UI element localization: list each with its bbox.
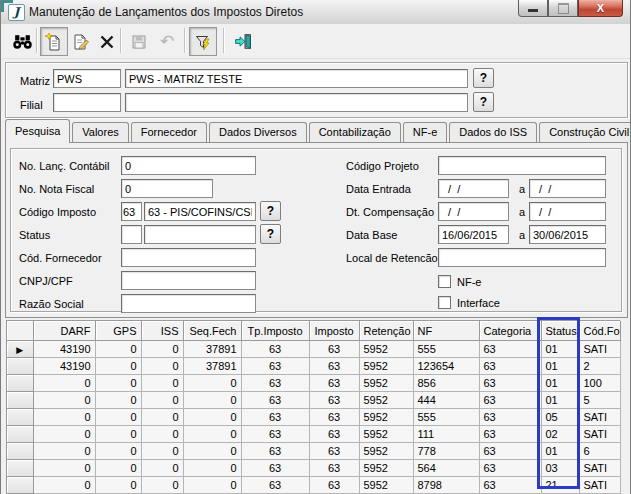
grid-cell[interactable]: 0	[183, 375, 241, 392]
grid-cell[interactable]: 63	[241, 392, 309, 409]
grid-column-header[interactable]: DARF	[33, 321, 95, 341]
grid-cell[interactable]: 0	[183, 426, 241, 443]
grid-cell[interactable]: 0	[141, 375, 183, 392]
grid-cell[interactable]: 6	[579, 443, 620, 460]
grid-cell[interactable]: 0	[33, 409, 95, 426]
grid-cell[interactable]: SATI	[579, 341, 620, 358]
grid-cell[interactable]: 0	[183, 392, 241, 409]
grid-cell[interactable]: 0	[33, 375, 95, 392]
exit-button[interactable]	[229, 27, 257, 56]
interface-checkbox[interactable]	[438, 296, 451, 309]
grid-cell[interactable]: 43190	[33, 341, 95, 358]
grid-cell[interactable]: 01	[541, 375, 579, 392]
grid-column-header[interactable]: Retenção	[359, 321, 413, 341]
grid-cell[interactable]: 63	[241, 375, 309, 392]
close-button[interactable]: X	[578, 0, 623, 17]
grid-cell[interactable]: SATI	[579, 460, 620, 477]
grid-cell[interactable]: 0	[33, 460, 95, 477]
row-selector[interactable]	[7, 392, 33, 409]
grid-cell[interactable]: 01	[541, 341, 579, 358]
grid-cell[interactable]: 0	[183, 477, 241, 494]
search-button[interactable]	[8, 27, 36, 56]
grid-cell[interactable]: 63	[309, 460, 359, 477]
grid-cell[interactable]: 0	[183, 460, 241, 477]
grid-cell[interactable]: 5952	[359, 358, 413, 375]
grid-cell[interactable]: 5952	[359, 375, 413, 392]
grid-cell[interactable]: 123654	[413, 358, 479, 375]
grid-cell[interactable]: 111	[413, 426, 479, 443]
grid-cell[interactable]: 5	[579, 392, 620, 409]
grid-column-header[interactable]: NF	[413, 321, 479, 341]
grid-cell[interactable]: 0	[141, 426, 183, 443]
grid-cell[interactable]: 63	[241, 477, 309, 494]
grid-column-header[interactable]: ISS	[141, 321, 183, 341]
edit-button[interactable]	[67, 27, 95, 56]
grid-cell[interactable]: 63	[241, 341, 309, 358]
grid-cell[interactable]: 0	[95, 409, 141, 426]
maximize-button[interactable]	[548, 0, 578, 17]
grid-cell[interactable]: 63	[309, 341, 359, 358]
status-desc-input[interactable]	[144, 225, 256, 244]
grid-cell[interactable]: 856	[413, 375, 479, 392]
grid-cell[interactable]: 0	[141, 409, 183, 426]
grid-column-header[interactable]: Categoria	[479, 321, 541, 341]
grid-cell[interactable]: 0	[95, 358, 141, 375]
grid-cell[interactable]: 63	[309, 477, 359, 494]
tab-dados-do-iss[interactable]: Dados do ISS	[449, 122, 537, 143]
save-button[interactable]	[125, 27, 153, 56]
grid-cell[interactable]: SATI	[579, 426, 620, 443]
row-selector[interactable]	[7, 409, 33, 426]
tab-valores[interactable]: Valores	[72, 122, 128, 143]
grid-cell[interactable]: 37891	[183, 341, 241, 358]
grid-cell[interactable]: 63	[309, 409, 359, 426]
grid-cell[interactable]: 63	[479, 375, 541, 392]
minimize-button[interactable]	[518, 0, 548, 17]
undo-button[interactable]: ↶	[153, 27, 181, 56]
grid-cell[interactable]: 444	[413, 392, 479, 409]
grid-column-header[interactable]: Seq.Fech	[183, 321, 241, 341]
row-selector[interactable]: ▶	[7, 341, 33, 358]
grid-cell[interactable]: 43190	[33, 358, 95, 375]
status-help-button[interactable]: ?	[260, 224, 281, 244]
grid-cell[interactable]: 63	[241, 409, 309, 426]
grid-cell[interactable]: 0	[95, 375, 141, 392]
grid-cell[interactable]: 0	[141, 392, 183, 409]
row-selector[interactable]	[7, 477, 33, 494]
grid-cell[interactable]: 63	[309, 375, 359, 392]
nfe-checkbox[interactable]	[438, 275, 451, 288]
grid-cell[interactable]: 778	[413, 443, 479, 460]
grid-cell[interactable]: 37891	[183, 358, 241, 375]
grid-cell[interactable]: 5952	[359, 409, 413, 426]
grid-cell[interactable]: 0	[95, 392, 141, 409]
nota-fiscal-input[interactable]	[121, 179, 213, 198]
grid-cell[interactable]: 5952	[359, 392, 413, 409]
tab-pesquisa[interactable]: Pesquisa	[5, 119, 70, 143]
grid-cell[interactable]: 0	[33, 426, 95, 443]
filial-name-input[interactable]	[125, 93, 468, 112]
grid-cell[interactable]: 0	[95, 460, 141, 477]
grid-cell[interactable]: 05	[541, 409, 579, 426]
grid-cell[interactable]: 02	[541, 426, 579, 443]
grid-cell[interactable]: 0	[95, 477, 141, 494]
grid-cell[interactable]: 0	[141, 477, 183, 494]
grid-cell[interactable]: 63	[479, 477, 541, 494]
grid-cell[interactable]: 100	[579, 375, 620, 392]
grid-cell[interactable]: 0	[95, 443, 141, 460]
grid-cell[interactable]: 63	[241, 460, 309, 477]
grid-cell[interactable]: 63	[479, 358, 541, 375]
data-base-to-input[interactable]	[529, 225, 606, 244]
grid-cell[interactable]: SATI	[579, 409, 620, 426]
delete-button[interactable]	[93, 27, 121, 56]
grid-cell[interactable]: 555	[413, 341, 479, 358]
grid-column-header[interactable]: GPS	[95, 321, 141, 341]
grid-cell[interactable]: 5952	[359, 426, 413, 443]
codigo-imposto-help-button[interactable]: ?	[260, 201, 281, 221]
grid-cell[interactable]: 0	[33, 392, 95, 409]
grid-cell[interactable]: 63	[479, 443, 541, 460]
filial-code-input[interactable]	[53, 93, 121, 112]
matriz-code-input[interactable]	[53, 69, 121, 88]
grid-cell[interactable]: 2	[579, 358, 620, 375]
row-selector[interactable]	[7, 443, 33, 460]
grid-cell[interactable]: 5952	[359, 341, 413, 358]
grid-cell[interactable]: 21	[541, 477, 579, 494]
